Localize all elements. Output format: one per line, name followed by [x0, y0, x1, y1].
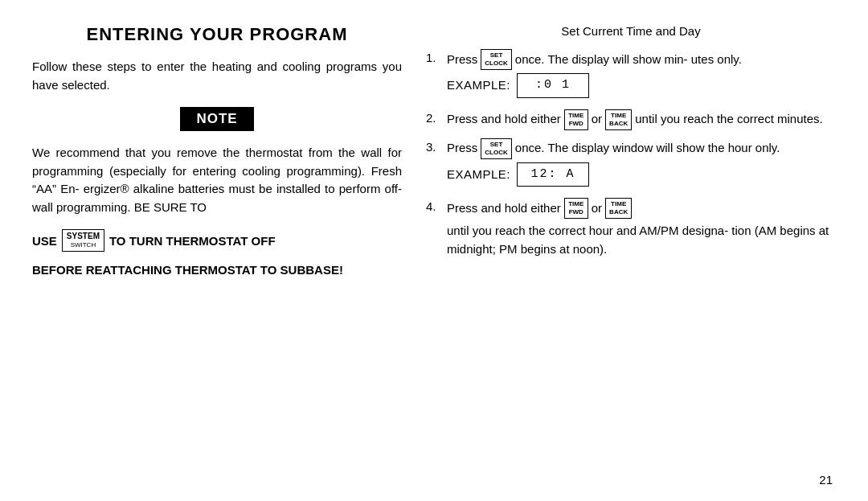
step-3-content: Press SET CLOCK once. The display window…	[447, 138, 836, 191]
step-1-before: Press	[447, 51, 477, 69]
step-4: 4. Press and hold either TIME FWD or TIM…	[426, 198, 836, 258]
step-2: 2. Press and hold either TIME FWD or TIM…	[426, 109, 836, 130]
example-1-label: EXAMPLE:	[447, 76, 510, 95]
step-1-example: EXAMPLE: :0 1	[447, 73, 836, 98]
left-column: ENTERING YOUR PROGRAM Follow these steps…	[32, 24, 402, 477]
step-2-content: Press and hold either TIME FWD or TIME B…	[447, 109, 836, 130]
example-3-display: 12: A	[517, 162, 589, 187]
use-line: USE SYSTEM SWITCH TO TURN THERMOSTAT OFF	[32, 229, 402, 252]
example-3-label: EXAMPLE:	[447, 166, 510, 184]
time-back-button-2: TIME BACK	[605, 109, 632, 130]
step-3-inline: Press SET CLOCK once. The display window…	[447, 138, 780, 159]
step-1-inline: Press SET CLOCK once. The display will s…	[447, 49, 742, 70]
step-1-num: 1.	[426, 49, 440, 68]
step-2-after: until you reach the correct minutes.	[635, 110, 822, 129]
set-clock-button-1: SET CLOCK	[481, 49, 511, 70]
step-2-inline: Press and hold either TIME FWD or TIME B…	[447, 109, 823, 130]
step-2-before: Press and hold either	[447, 110, 561, 129]
note-body: We recommend that you remove the thermos…	[32, 144, 402, 216]
step-3-example: EXAMPLE: 12: A	[447, 162, 836, 187]
step-4-or: or	[592, 199, 602, 218]
step-3: 3. Press SET CLOCK once. The display win…	[426, 138, 836, 191]
step-4-before: Press and hold either	[447, 199, 561, 218]
page-container: ENTERING YOUR PROGRAM Follow these steps…	[0, 0, 868, 501]
step-4-num: 4.	[426, 198, 440, 216]
use-line-text: TO TURN THERMOSTAT OFF	[109, 234, 276, 248]
step-3-before: Press	[447, 139, 477, 158]
step-4-inline: Press and hold either TIME FWD or TIME B…	[447, 198, 836, 258]
time-back-button-4: TIME BACK	[605, 198, 632, 219]
example-1-display: :0 1	[517, 73, 589, 98]
intro-text: Follow these steps to enter the heating …	[32, 58, 402, 94]
step-1: 1. Press SET CLOCK once. The display wil…	[426, 49, 836, 101]
time-fwd-button-4: TIME FWD	[564, 198, 588, 219]
before-line: BEFORE REATTACHING THERMOSTAT TO SUBBASE…	[32, 261, 402, 280]
step-4-after: until you reach the correct hour and AM/…	[447, 222, 836, 258]
page-title: ENTERING YOUR PROGRAM	[32, 24, 402, 45]
set-clock-button-3: SET CLOCK	[481, 138, 511, 159]
page-number: 21	[819, 473, 833, 487]
note-label: NOTE	[180, 107, 253, 131]
step-2-num: 2.	[426, 109, 440, 128]
step-4-content: Press and hold either TIME FWD or TIME B…	[447, 198, 836, 258]
step-1-content: Press SET CLOCK once. The display will s…	[447, 49, 836, 101]
step-2-or: or	[592, 110, 602, 129]
time-fwd-button-2: TIME FWD	[564, 109, 588, 130]
step-3-after: once. The display window will show the h…	[515, 139, 780, 158]
step-1-after: once. The display will show min- utes on…	[515, 51, 742, 69]
right-column: Set Current Time and Day 1. Press SET CL…	[426, 24, 836, 477]
section-title: Set Current Time and Day	[426, 24, 836, 38]
system-switch-button: SYSTEM SWITCH	[62, 229, 104, 252]
use-word: USE	[32, 234, 57, 248]
step-3-num: 3.	[426, 138, 440, 157]
